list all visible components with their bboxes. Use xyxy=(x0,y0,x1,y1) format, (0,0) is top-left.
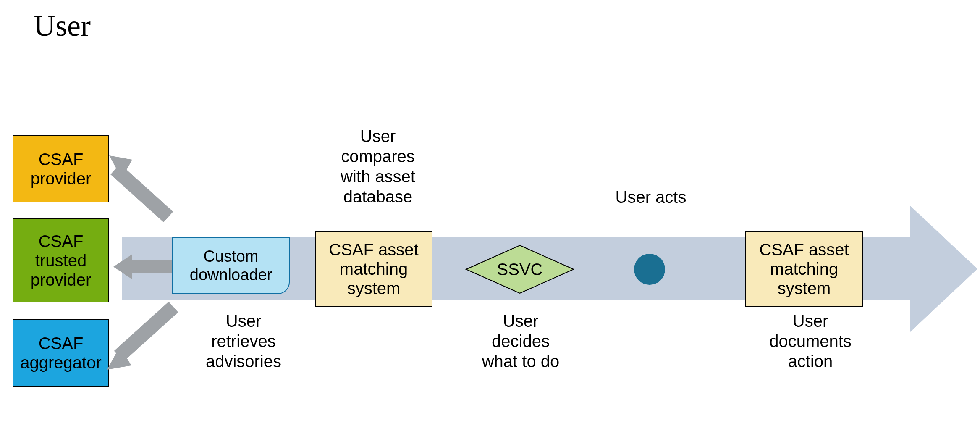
diagram-stage: User CSAF provider CSAF trusted provider… xyxy=(0,0,980,447)
diamond-ssvc: SSVC xyxy=(465,245,574,294)
flow-arrow-head-icon xyxy=(910,206,977,332)
label-compare: User compares with asset database xyxy=(315,126,441,207)
box-asset-matching-1: CSAF asset matching system xyxy=(315,231,432,307)
box-csaf-trusted-provider-label: CSAF trusted provider xyxy=(31,231,92,289)
box-csaf-provider-label: CSAF provider xyxy=(31,150,92,188)
label-retrieve: User retrieves advisories xyxy=(185,311,302,371)
box-custom-downloader-label: Custom downloader xyxy=(190,247,272,284)
box-csaf-provider: CSAF provider xyxy=(13,135,109,202)
box-csaf-aggregator: CSAF aggregator xyxy=(13,319,109,387)
dot-user-acts-icon xyxy=(634,254,665,285)
box-custom-downloader: Custom downloader xyxy=(172,237,290,294)
diamond-ssvc-label: SSVC xyxy=(465,245,574,294)
box-asset-matching-1-label: CSAF asset matching system xyxy=(329,240,418,298)
box-asset-matching-2: CSAF asset matching system xyxy=(745,231,863,307)
box-asset-matching-2-label: CSAF asset matching system xyxy=(759,240,849,298)
svg-rect-6 xyxy=(114,302,178,361)
svg-rect-4 xyxy=(130,260,172,273)
arrow-to-aggregator-icon xyxy=(107,294,187,374)
diagram-title: User xyxy=(34,8,91,43)
arrow-to-trusted-provider-icon xyxy=(113,252,172,281)
label-documents: User documents action xyxy=(747,311,873,371)
box-csaf-aggregator-label: CSAF aggregator xyxy=(20,334,101,372)
svg-marker-3 xyxy=(113,254,132,279)
svg-rect-2 xyxy=(110,164,173,222)
arrow-to-provider-icon xyxy=(109,155,189,227)
label-decide: User decides what to do xyxy=(458,311,584,371)
box-csaf-trusted-provider: CSAF trusted provider xyxy=(13,218,109,302)
label-acts: User acts xyxy=(596,187,705,207)
